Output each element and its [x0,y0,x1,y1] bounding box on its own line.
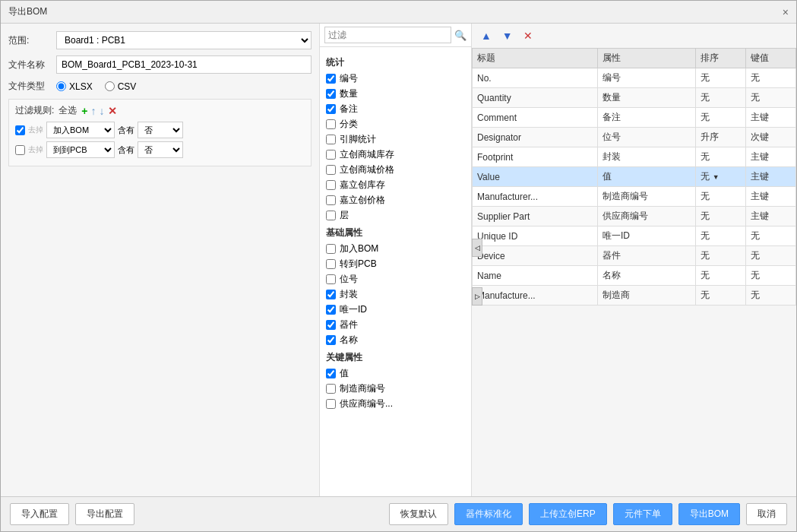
row-key: 无 [746,68,796,88]
add-filter-button[interactable]: + [81,105,87,117]
row-sort[interactable]: 无 [696,266,746,286]
item-label: 引脚统计 [340,133,376,146]
table-row: Quantity数量无无 [473,88,796,108]
row-sort[interactable]: 无 [696,246,746,266]
close-button[interactable]: × [783,6,789,18]
sort-up-button[interactable]: ▲ [478,28,495,43]
filter-row1-checkbox[interactable] [15,125,25,135]
item-checkbox[interactable] [326,195,336,205]
row-attr: 位号 [597,128,695,147]
item-label: 分类 [340,118,358,131]
item-checkbox[interactable] [326,211,336,220]
filter-row1-condition-label: 含有 [118,125,134,136]
item-checkbox[interactable] [326,290,336,299]
section-title: 关键属性 [326,351,465,364]
cancel-button[interactable]: 取消 [746,503,787,525]
xlsx-label: XLSX [69,81,93,92]
list-item: 分类 [326,118,465,131]
filter-rule-label: 过滤规则: [15,104,54,117]
row-sort[interactable]: 无 ▼ [696,167,746,187]
left-panel: 范围: Board1 : PCB1 文件名称 文件类型 XLSX [1,24,320,496]
row-sort[interactable]: 无 [696,88,746,108]
filter-row1-type[interactable]: 加入BOM [46,122,115,138]
xlsx-radio[interactable] [56,81,66,91]
export-bom-dialog: 导出BOM × 范围: Board1 : PCB1 文件名称 文件类型 [0,0,797,532]
row-title: Comment [473,108,598,128]
row-title: Value [473,167,598,187]
search-input[interactable] [324,27,451,43]
restore-default-button[interactable]: 恢复默认 [389,503,448,525]
item-checkbox[interactable] [326,320,336,330]
delete-filter-button[interactable]: ✕ [108,105,117,117]
item-checkbox[interactable] [326,104,336,114]
item-label: 供应商编号... [340,397,393,410]
csv-option[interactable]: CSV [105,81,137,92]
item-label: 加入BOM [340,242,378,255]
item-checkbox[interactable] [326,335,336,345]
item-checkbox[interactable] [326,274,336,284]
list-item: 备注 [326,103,465,116]
export-config-button[interactable]: 导出配置 [75,503,134,525]
filename-input[interactable] [56,55,312,74]
item-checkbox[interactable] [326,384,336,394]
item-label: 位号 [340,273,358,286]
item-checkbox[interactable] [326,150,336,160]
filter-row1-value[interactable]: 否 [138,122,183,138]
item-checkbox[interactable] [326,369,336,378]
order-parts-button[interactable]: 元件下单 [613,503,672,525]
item-checkbox[interactable] [326,135,336,144]
standardize-button[interactable]: 器件标准化 [454,503,523,525]
table-row: Designator位号升序次键 [473,128,796,147]
collapse-button[interactable]: ▷ [472,287,482,306]
row-sort[interactable]: 升序 [696,128,746,147]
filter-row1-remove: 去掉 [28,125,43,135]
range-select[interactable]: Board1 : PCB1 [56,31,312,49]
item-checkbox[interactable] [326,180,336,190]
row-sort[interactable]: 无 [696,207,746,226]
filter-row2-value[interactable]: 否 [138,141,183,158]
xlsx-option[interactable]: XLSX [56,81,93,92]
item-checkbox[interactable] [326,74,336,84]
col-header-title: 标题 [473,49,598,68]
filetype-label: 文件类型 [8,80,50,93]
item-label: 立创商城库存 [340,148,394,161]
table-row: Footprint封装无主键 [473,147,796,167]
right-toolbar: ▲ ▼ ✕ [472,24,796,48]
filter-row-2: 去掉 到到PCB 含有 否 [15,141,305,158]
row-key: 主键 [746,108,796,128]
upload-erp-button[interactable]: 上传立创ERP [529,503,607,525]
item-checkbox[interactable] [326,244,336,254]
csv-label: CSV [118,81,137,92]
list-item: 唯一ID [326,303,465,316]
sort-down-button[interactable]: ▼ [499,28,516,43]
item-checkbox[interactable] [326,259,336,269]
item-checkbox[interactable] [326,399,336,409]
export-bom-button[interactable]: 导出BOM [678,503,740,525]
delete-row-button[interactable]: ✕ [520,28,536,43]
table-row: Device器件无无 [473,246,796,266]
row-sort[interactable]: 无 [696,226,746,246]
row-key: 主键 [746,147,796,167]
row-attr: 供应商编号 [597,207,695,226]
table-row: Value值无 ▼主键 [473,167,796,187]
item-checkbox[interactable] [326,89,336,99]
row-sort[interactable]: 无 [696,147,746,167]
filter-down-button[interactable]: ↓ [100,105,105,117]
filter-row2-type[interactable]: 到到PCB [46,141,115,158]
item-label: 器件 [340,318,358,331]
import-config-button[interactable]: 导入配置 [10,503,69,525]
row-sort[interactable]: 无 [696,187,746,207]
bottom-bar: 导入配置 导出配置 恢复默认 器件标准化 上传立创ERP 元件下单 导出BOM … [1,496,796,531]
table-row: Unique ID唯一ID无无 [473,226,796,246]
row-sort[interactable]: 无 [696,286,746,306]
row-sort[interactable]: 无 [696,108,746,128]
item-checkbox[interactable] [326,165,336,175]
item-checkbox[interactable] [326,305,336,315]
item-checkbox[interactable] [326,119,336,129]
row-title: Name [473,266,598,286]
csv-radio[interactable] [105,81,115,91]
filter-up-button[interactable]: ↑ [91,105,96,117]
row-sort[interactable]: 无 [696,68,746,88]
expand-button[interactable]: ◁ [472,239,482,257]
filter-row2-checkbox[interactable] [15,145,25,155]
